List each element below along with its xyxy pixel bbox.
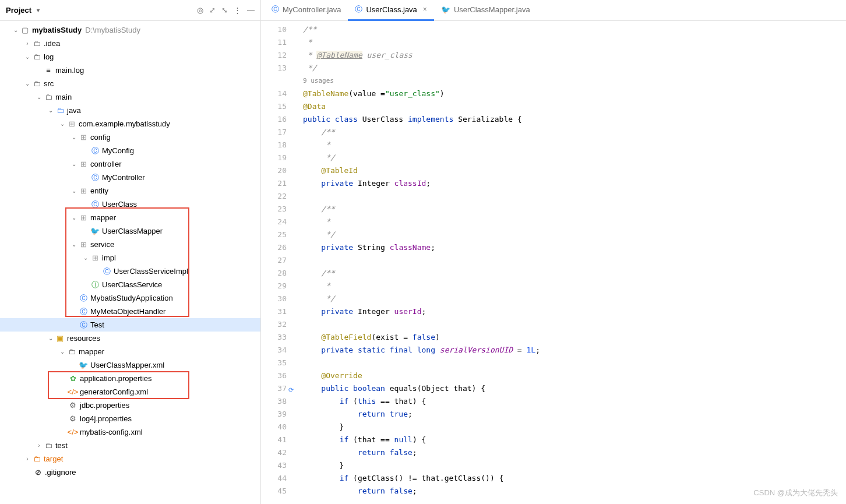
chevron-down-icon: ⌄ (70, 134, 78, 140)
tree-row[interactable]: ⌄⊞service (0, 238, 260, 251)
gutter: 1011121314151617181920212223242526272829… (261, 21, 295, 504)
xml-icon: </> (68, 428, 78, 436)
chevron-right-icon: › (23, 456, 31, 462)
mybatis-icon: 🐦 (78, 361, 89, 369)
collapse-icon[interactable]: ⤡ (221, 6, 228, 15)
chevron-right-icon: › (23, 40, 31, 47)
folder-icon: 🗀 (31, 39, 42, 48)
tree-row[interactable]: ⒸMyController (0, 171, 260, 184)
tree-row[interactable]: ⌄⊞controller (0, 157, 260, 171)
tree-row[interactable]: 🐦UserClassMapper.xml (0, 358, 260, 372)
package-icon: ⊞ (78, 186, 89, 195)
tree-row[interactable]: ⒸTest (0, 318, 260, 332)
bird-icon: 🐦 (441, 5, 450, 14)
sidebar-header: Project ▾ ◎ ⤢ ⤡ ⋮ — (0, 0, 260, 21)
project-tree[interactable]: ⌄▢mybatisStudyD:\mybatisStudy ›🗀.idea ⌄🗀… (0, 21, 260, 504)
package-icon: ⊞ (78, 133, 89, 142)
tab-label: MyController.java (283, 5, 341, 14)
spring-icon: ✿ (68, 374, 78, 383)
tree-row[interactable]: ⚙jdbc.properties (0, 399, 260, 412)
tree-row[interactable]: ⌄🗀src (0, 77, 260, 90)
package-icon: ⊞ (90, 253, 100, 262)
chevron-down-icon: ⌄ (12, 27, 20, 33)
editor-area: ⒸMyController.javaⒸUserClass.java×🐦UserC… (261, 0, 846, 504)
package-icon: ⊞ (78, 240, 89, 249)
usages-hint[interactable]: 9 usages (303, 75, 846, 87)
tree-row[interactable]: ⌄🗀log (0, 50, 260, 64)
properties-icon: ⚙ (68, 414, 78, 423)
project-sidebar: Project ▾ ◎ ⤢ ⤡ ⋮ — ⌄▢mybatisStudyD:\myb… (0, 0, 261, 504)
package-icon: ⊞ (78, 160, 89, 168)
tree-row[interactable]: ⌄⊞com.example.mybatisstudy (0, 117, 260, 131)
folder-icon: 🗀 (43, 441, 54, 450)
tree-row[interactable]: ✿application.properties (0, 372, 260, 385)
class-icon: Ⓒ (78, 306, 89, 317)
xml-icon: </> (68, 387, 78, 396)
chevron-down-icon: ⌄ (23, 80, 31, 87)
tree-row[interactable]: 🐦UserClassMapper (0, 224, 260, 238)
editor-tabs: ⒸMyController.javaⒸUserClass.java×🐦UserC… (261, 0, 846, 21)
tree-row[interactable]: ⒸMyMetaObjectHandler (0, 305, 260, 318)
java-icon: Ⓒ (272, 4, 279, 15)
tree-row[interactable]: </>generatorConfig.xml (0, 385, 260, 399)
folder-icon: 🗀 (31, 52, 42, 61)
tree-row[interactable]: ⒸMyConfig (0, 144, 260, 157)
interface-icon: Ⓘ (90, 280, 100, 290)
tab-label: UserClassMapper.java (454, 5, 530, 14)
tree-row[interactable]: ⌄▢mybatisStudyD:\mybatisStudy (0, 23, 260, 37)
close-icon[interactable]: × (423, 5, 427, 13)
class-icon: Ⓒ (101, 266, 112, 277)
tree-row[interactable]: ≡main.log (0, 64, 260, 77)
chevron-down-icon: ⌄ (70, 214, 78, 221)
tab-label: UserClass.java (366, 5, 417, 14)
chevron-down-icon: ⌄ (58, 121, 66, 127)
chevron-down-icon: ⌄ (23, 54, 31, 60)
more-icon[interactable]: ⋮ (234, 6, 241, 15)
tree-row[interactable]: ⚙log4j.properties (0, 412, 260, 425)
tree-row[interactable]: ⌄⊞mapper (0, 211, 260, 224)
code-editor[interactable]: 1011121314151617181920212223242526272829… (261, 21, 846, 504)
package-icon: ⊞ (66, 119, 77, 128)
editor-tab[interactable]: ⒸUserClass.java× (348, 0, 433, 21)
class-icon: Ⓒ (90, 146, 100, 156)
chevron-down-icon: ⌄ (47, 335, 55, 341)
tree-row[interactable]: </>mybatis-config.xml (0, 425, 260, 439)
tree-row[interactable]: ⌄🗀java (0, 104, 260, 117)
minimize-icon[interactable]: — (247, 6, 255, 15)
code[interactable]: /** * * @TableName user_class */9 usages… (295, 21, 846, 504)
editor-tab[interactable]: 🐦UserClassMapper.java (434, 0, 537, 21)
gitignore-icon: ⊘ (33, 468, 43, 477)
source-folder-icon: 🗀 (55, 106, 65, 115)
tree-row[interactable]: ⌄⊞entity (0, 184, 260, 198)
chevron-down-icon: ⌄ (35, 94, 43, 100)
tree-row[interactable]: ›🗀test (0, 439, 260, 452)
tree-row[interactable]: ⌄🗀mapper (0, 345, 260, 358)
expand-icon[interactable]: ⤢ (209, 6, 216, 15)
package-icon: ⊞ (78, 213, 89, 222)
tree-row[interactable]: ⌄▣resources (0, 332, 260, 345)
tree-row[interactable]: ⌄⊞impl (0, 251, 260, 265)
tree-row[interactable]: ⒾUserClassService (0, 278, 260, 291)
tree-row[interactable]: ⒸUserClass (0, 198, 260, 211)
chevron-down-icon: ⌄ (47, 107, 55, 114)
class-icon: Ⓒ (90, 199, 100, 210)
tree-row[interactable]: ⌄⊞config (0, 131, 260, 144)
project-dropdown[interactable]: Project ▾ (6, 6, 42, 15)
tree-row[interactable]: ⒸMybatisStudyApplication (0, 291, 260, 305)
editor-tab[interactable]: ⒸMyController.java (265, 0, 348, 21)
java-icon: Ⓒ (355, 4, 362, 15)
locate-icon[interactable]: ◎ (197, 6, 203, 15)
folder-icon: 🗀 (31, 79, 42, 88)
chevron-down-icon: ⌄ (70, 161, 78, 167)
target-folder-icon: 🗀 (31, 454, 42, 463)
chevron-down-icon: ⌄ (58, 348, 66, 355)
tree-row[interactable]: ⊘.gitignore (0, 466, 260, 479)
tree-row[interactable]: ⒸUserClassServiceImpl (0, 265, 260, 278)
tree-row[interactable]: ›🗀.idea (0, 37, 260, 50)
chevron-down-icon: ⌄ (70, 241, 78, 248)
class-icon: Ⓒ (78, 293, 89, 304)
class-icon: Ⓒ (78, 320, 89, 330)
tree-row[interactable]: ›🗀target (0, 452, 260, 466)
watermark: CSDN @成为大佬先秃头 (753, 488, 838, 498)
tree-row[interactable]: ⌄🗀main (0, 90, 260, 104)
